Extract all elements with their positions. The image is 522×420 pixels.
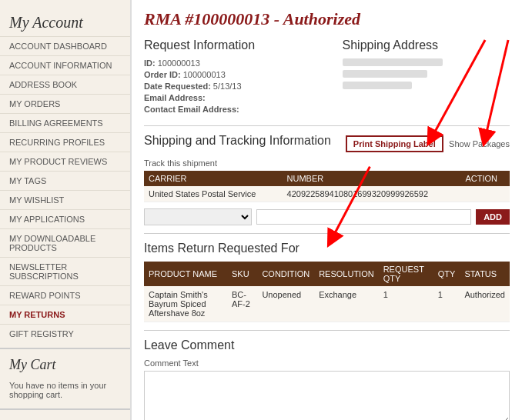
carrier-table: CARRIER NUMBER ACTION United States Post… <box>144 171 510 202</box>
carrier-number: 420922589410801699320999926592 <box>283 186 461 202</box>
page-title: RMA #100000013 - Authorized <box>144 9 510 29</box>
sku-cell: BC-AF-2 <box>227 286 257 322</box>
sidebar-item-my-applications[interactable]: My Applications <box>0 209 130 228</box>
condition-cell: Unopened <box>257 286 314 322</box>
shipping-address-col: Shipping Address <box>343 38 510 116</box>
shipping-header: Shipping and Tracking Information Print … <box>144 134 510 154</box>
sidebar-item-account-dashboard[interactable]: Account Dashboard <box>0 36 130 55</box>
sidebar-item-account-info[interactable]: Account Information <box>0 55 130 75</box>
recently-viewed-title: Recently Viewed <box>0 408 130 420</box>
add-tracking-button[interactable]: ADD <box>476 209 510 225</box>
shipping-tracking-title: Shipping and Tracking Information <box>144 134 331 148</box>
my-account-title: My Account <box>0 8 130 36</box>
shipping-address-title: Shipping Address <box>343 38 510 52</box>
items-table: PRODUCT NAME SKU CONDITION RESOLUTION RE… <box>144 262 510 322</box>
cart-empty-text: You have no items in your shopping cart. <box>0 376 130 404</box>
request-qty-col-header: REQUEST QTY <box>379 262 433 286</box>
print-shipping-label-button[interactable]: Print Shipping Label <box>346 135 443 152</box>
email-field-label: Email Address: <box>144 93 312 102</box>
request-qty-cell: 1 <box>379 286 433 322</box>
add-carrier-row: ADD <box>144 208 510 225</box>
sku-col-header: SKU <box>227 262 257 286</box>
condition-col-header: CONDITION <box>257 262 314 286</box>
carrier-name: United States Postal Service <box>144 186 283 202</box>
contact-email-field: Contact Email Address: <box>144 105 312 114</box>
sidebar-item-my-wishlist[interactable]: My Wishlist <box>0 190 130 209</box>
divider-1 <box>144 125 510 126</box>
leave-comment-title: Leave Comment <box>144 338 510 352</box>
qty-cell: 1 <box>433 286 460 322</box>
order-id-field: Order ID: 100000013 <box>144 70 312 79</box>
sidebar-item-gift-registry[interactable]: Gift Registry <box>0 324 130 343</box>
comment-textarea[interactable] <box>144 371 510 420</box>
carrier-col-header: CARRIER <box>144 171 283 186</box>
carrier-table-body: United States Postal Service 42092258941… <box>144 186 510 202</box>
sidebar-item-recurring-profiles[interactable]: Recurring Profiles <box>0 132 130 152</box>
shipping-tracking-section: Shipping and Tracking Information Print … <box>144 134 510 225</box>
shipping-actions: Print Shipping Label Show Packages <box>346 135 510 152</box>
sidebar-item-my-tags[interactable]: My Tags <box>0 171 130 190</box>
divider-2 <box>144 233 510 234</box>
sidebar-item-billing-agreements[interactable]: Billing Agreements <box>0 113 130 132</box>
carrier-select[interactable] <box>144 208 252 225</box>
action-col-header: ACTION <box>460 171 510 186</box>
id-field: ID: 100000013 <box>144 58 312 68</box>
date-field: Date Requested: 5/13/13 <box>144 82 312 91</box>
status-col-header: STATUS <box>460 262 510 286</box>
sidebar-item-my-returns[interactable]: My Returns <box>0 305 130 324</box>
product-name-col-header: PRODUCT NAME <box>144 262 227 286</box>
items-table-body: Captain Smith's Bayrum Spiced Aftershave… <box>144 286 510 322</box>
request-info-title: Request Information <box>144 38 312 52</box>
comment-section: Leave Comment Comment Text SUBMIT COMMEN… <box>144 338 510 420</box>
carrier-row: United States Postal Service 42092258941… <box>144 186 510 202</box>
request-info-col: Request Information ID: 100000013 Order … <box>144 38 312 116</box>
sidebar-item-product-reviews[interactable]: My Product Reviews <box>0 152 130 171</box>
show-packages-link[interactable]: Show Packages <box>449 139 510 148</box>
table-row: Captain Smith's Bayrum Spiced Aftershave… <box>144 286 510 322</box>
sidebar-item-newsletter[interactable]: Newsletter Subscriptions <box>0 257 130 285</box>
resolution-col-header: RESOLUTION <box>314 262 379 286</box>
items-table-header: PRODUCT NAME SKU CONDITION RESOLUTION RE… <box>144 262 510 286</box>
items-section-title: Items Return Requested For <box>144 242 510 255</box>
sidebar: My Account Account Dashboard Account Inf… <box>0 0 131 420</box>
product-name-cell: Captain Smith's Bayrum Spiced Aftershave… <box>144 286 227 322</box>
comment-text-label: Comment Text <box>144 358 510 368</box>
divider-3 <box>144 330 510 331</box>
track-shipment-label: Track this shipment <box>144 158 510 168</box>
status-cell: Authorized <box>460 286 510 322</box>
my-cart-title: My Cart <box>0 348 130 376</box>
number-col-header: NUMBER <box>283 171 461 186</box>
address-blurred-2 <box>343 70 427 78</box>
address-blurred-1 <box>343 58 443 66</box>
tracking-number-input[interactable] <box>256 209 471 225</box>
resolution-cell: Exchange <box>314 286 379 322</box>
items-section: Items Return Requested For PRODUCT NAME … <box>144 242 510 322</box>
sidebar-item-address-book[interactable]: Address Book <box>0 75 130 94</box>
address-blurred-3 <box>343 82 412 89</box>
carrier-table-header: CARRIER NUMBER ACTION <box>144 171 510 186</box>
carrier-action <box>460 186 510 202</box>
sidebar-item-downloadable-products[interactable]: My Downloadable Products <box>0 228 130 257</box>
info-grid: Request Information ID: 100000013 Order … <box>144 38 510 116</box>
main-content: RMA #100000013 - Authorized Request Info… <box>131 0 522 420</box>
qty-col-header: QTY <box>433 262 460 286</box>
sidebar-item-reward-points[interactable]: Reward Points <box>0 285 130 305</box>
sidebar-item-my-orders[interactable]: My Orders <box>0 94 130 113</box>
